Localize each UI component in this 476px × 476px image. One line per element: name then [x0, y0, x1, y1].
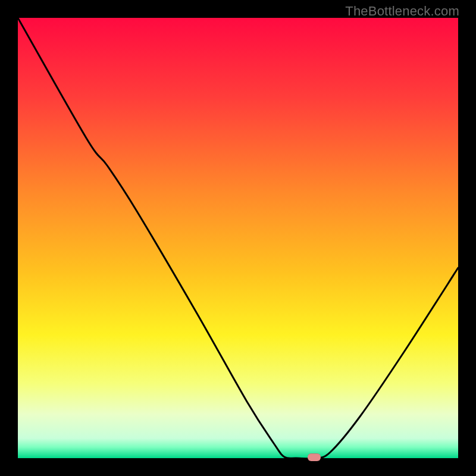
gradient-background: [18, 18, 458, 458]
plot-svg: [18, 18, 458, 458]
chart-frame: TheBottleneck.com: [0, 0, 476, 476]
optimal-point-marker: [308, 453, 321, 461]
watermark-text: TheBottleneck.com: [345, 4, 459, 19]
plot-area: [18, 18, 458, 458]
